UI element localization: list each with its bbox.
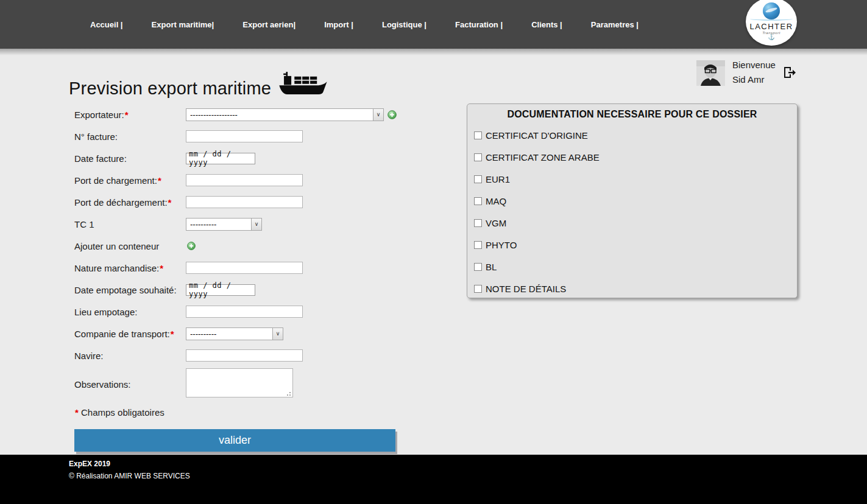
form-row-port-dechargement: Port de déchargement:* (74, 191, 406, 213)
checkbox[interactable] (474, 285, 482, 293)
nav-menu: Accueil | Export maritime| Export aerien… (90, 0, 639, 49)
app-screen: Accueil | Export maritime| Export aerien… (0, 0, 867, 504)
observations-textarea[interactable] (186, 368, 293, 397)
required-asterisk: * (171, 329, 174, 339)
page-title: Prevision export maritime (69, 79, 271, 99)
num-facture-input[interactable] (186, 130, 303, 142)
checkbox[interactable] (474, 175, 482, 183)
doc-item-label: PHYTO (486, 240, 517, 250)
prevision-form: Exportateur:* ------------------ ∨ N° fa… (74, 103, 406, 402)
doc-item-label: NOTE DE DÉTAILS (486, 284, 566, 294)
field-label: Nature marchandise:* (74, 263, 186, 273)
nav-item-parametres[interactable]: Parametres | (591, 20, 639, 29)
checkbox[interactable] (474, 263, 482, 271)
footer: ExpEX 2019 © Réalisation AMIR WEB SERVIC… (0, 455, 867, 504)
top-nav: Accueil | Export maritime| Export aerien… (0, 0, 867, 49)
field-label: Lieu empotage: (74, 307, 186, 317)
companie-transport-select[interactable]: ---------- ∨ (186, 327, 283, 340)
brand-name: LACHTER (746, 22, 797, 31)
checkbox[interactable] (474, 219, 482, 227)
nav-item-clients[interactable]: Clients | (531, 20, 562, 29)
form-row-observations: Observations: (74, 366, 406, 402)
nav-item-facturation[interactable]: Facturation | (455, 20, 503, 29)
form-row-date-facture: Date facture: mm / dd / yyyy (74, 147, 406, 169)
required-asterisk: * (125, 110, 129, 120)
documentation-panel: DOCUMENTATION NECESSAIRE POUR CE DOSSIER… (467, 103, 798, 298)
exportateur-select[interactable]: ------------------ ∨ (186, 108, 384, 121)
doc-item-bl[interactable]: BL (467, 256, 797, 278)
documentation-list: CERTIFICAT D'ORIGINE CERTIFICAT ZONE ARA… (467, 124, 797, 299)
footer-credit: © Réalisation AMIR WEB SERVICES (69, 472, 190, 480)
add-container-button[interactable] (187, 242, 196, 250)
doc-item-label: VGM (486, 218, 506, 228)
field-label: Port de chargement:* (74, 175, 186, 186)
page-header: Prevision export maritime (69, 72, 327, 99)
chevron-down-icon: ∨ (251, 219, 261, 230)
doc-item-eur1[interactable]: EUR1 (467, 168, 797, 190)
tc1-select[interactable]: ---------- ∨ (186, 218, 262, 231)
field-label: Observations: (74, 379, 186, 390)
required-asterisk: * (168, 197, 172, 208)
checkbox[interactable] (474, 153, 482, 161)
nav-item-import[interactable]: Import | (324, 20, 353, 29)
ship-icon (278, 72, 327, 98)
doc-item-vgm[interactable]: VGM (467, 212, 797, 234)
checkbox[interactable] (474, 197, 482, 205)
form-row-exportateur: Exportateur:* ------------------ ∨ (74, 103, 406, 125)
add-exportateur-button[interactable] (387, 110, 397, 119)
valider-button[interactable]: valider (74, 429, 395, 452)
form-row-port-chargement: Port de chargement:* (74, 169, 406, 191)
required-fields-note: * Champs obligatoires (74, 407, 165, 418)
nature-marchandise-input[interactable] (186, 262, 303, 274)
checkbox[interactable] (474, 131, 482, 139)
doc-item-certificat-origine[interactable]: CERTIFICAT D'ORIGINE (467, 124, 797, 146)
field-label: Date empotage souhaité: (74, 285, 186, 295)
port-dechargement-input[interactable] (186, 196, 303, 208)
field-label: Port de déchargement:* (74, 197, 186, 208)
checkbox[interactable] (474, 241, 482, 249)
navire-input[interactable] (186, 349, 303, 362)
field-label: Ajouter un conteneur (74, 241, 186, 251)
documentation-title: DOCUMENTATION NECESSAIRE POUR CE DOSSIER (467, 109, 797, 120)
field-label: N° facture: (74, 131, 186, 142)
doc-item-label: MAQ (486, 196, 506, 206)
doc-item-maq[interactable]: MAQ (467, 190, 797, 212)
date-empotage-input[interactable]: mm / dd / yyyy (186, 284, 255, 296)
avatar (696, 60, 725, 86)
welcome-text: Bienvenue (732, 60, 776, 70)
logout-icon[interactable] (782, 65, 796, 80)
doc-item-label: CERTIFICAT D'ORIGINE (486, 130, 588, 141)
doc-item-label: BL (486, 262, 497, 272)
form-row-nature-marchandise: Nature marchandise:* (74, 257, 406, 279)
chevron-down-icon: ∨ (373, 109, 383, 121)
doc-item-label: EUR1 (486, 174, 510, 184)
form-row-ajouter-conteneur: Ajouter un conteneur (74, 235, 406, 257)
doc-item-label: CERTIFICAT ZONE ARABE (486, 152, 600, 163)
nav-item-export-maritime[interactable]: Export maritime| (152, 20, 214, 29)
lieu-empotage-input[interactable] (186, 306, 303, 318)
form-row-lieu-empotage: Lieu empotage: (74, 301, 406, 323)
nav-item-accueil[interactable]: Accueil | (90, 20, 123, 29)
form-row-num-facture: N° facture: (74, 125, 406, 147)
doc-item-note-de-details[interactable]: NOTE DE DÉTAILS (467, 278, 797, 299)
required-asterisk: * (158, 175, 161, 186)
user-name: Sid Amr (732, 74, 765, 85)
field-label: Companie de transport:* (74, 329, 186, 339)
port-chargement-input[interactable] (186, 174, 303, 186)
field-label: Exportateur:* (74, 110, 186, 120)
form-row-date-empotage: Date empotage souhaité: mm / dd / yyyy (74, 279, 406, 301)
form-row-tc1: TC 1 ---------- ∨ (74, 213, 406, 235)
field-label: Date facture: (74, 153, 186, 164)
footer-app-version: ExpEX 2019 (69, 460, 110, 468)
date-facture-input[interactable]: mm / dd / yyyy (186, 153, 255, 164)
required-asterisk: * (160, 263, 163, 273)
field-label: Navire: (74, 351, 186, 361)
form-row-companie-transport: Companie de transport:* ---------- ∨ (74, 323, 406, 345)
doc-item-phyto[interactable]: PHYTO (467, 234, 797, 256)
doc-item-certificat-zone-arabe[interactable]: CERTIFICAT ZONE ARABE (467, 146, 797, 168)
nav-item-export-aerien[interactable]: Export aerien| (242, 20, 295, 29)
chevron-down-icon: ∨ (272, 328, 283, 340)
field-label: TC 1 (74, 219, 186, 229)
globe-icon (763, 2, 780, 19)
nav-item-logistique[interactable]: Logistique | (382, 20, 426, 29)
